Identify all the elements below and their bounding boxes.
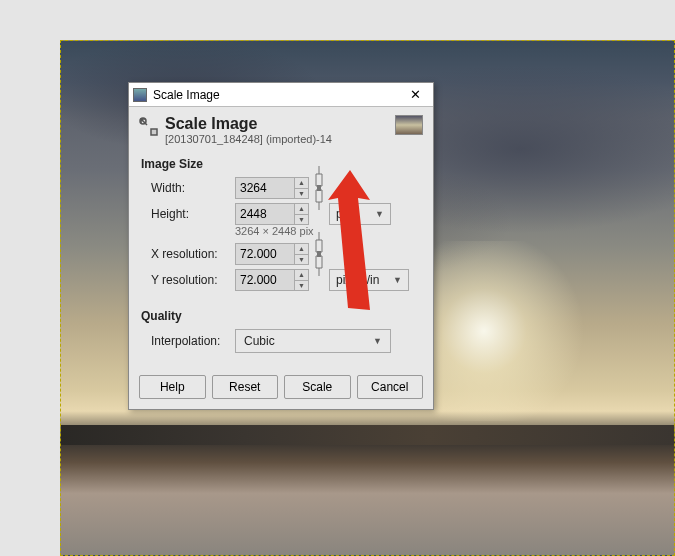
image-size-label: Image Size: [129, 149, 433, 173]
close-button[interactable]: ✕: [401, 86, 429, 104]
width-label: Width:: [151, 181, 231, 195]
height-up[interactable]: ▲: [295, 204, 308, 215]
xres-label: X resolution:: [151, 247, 231, 261]
chevron-down-icon: ▼: [393, 275, 402, 285]
help-button[interactable]: Help: [139, 375, 206, 399]
scale-icon: [139, 117, 159, 137]
width-up[interactable]: ▲: [295, 178, 308, 189]
yres-down[interactable]: ▼: [295, 281, 308, 291]
yres-label: Y resolution:: [151, 273, 231, 287]
xres-field[interactable]: [236, 247, 294, 261]
dialog-subtitle: [20130701_184248] (imported)-14: [165, 133, 395, 145]
yres-up[interactable]: ▲: [295, 270, 308, 281]
chevron-down-icon: ▼: [375, 209, 384, 219]
background-horizon: [61, 425, 674, 445]
xres-down[interactable]: ▼: [295, 255, 308, 265]
xres-up[interactable]: ▲: [295, 244, 308, 255]
res-unit-select[interactable]: pixels/in ▼: [329, 269, 409, 291]
window-icon: [133, 88, 147, 102]
close-icon: ✕: [410, 87, 421, 102]
interpolation-select[interactable]: Cubic ▼: [235, 329, 391, 353]
dialog-title: Scale Image: [165, 115, 395, 133]
height-input[interactable]: ▲ ▼: [235, 203, 309, 225]
titlebar[interactable]: Scale Image ✕: [129, 83, 433, 107]
scale-button[interactable]: Scale: [284, 375, 351, 399]
reset-button[interactable]: Reset: [212, 375, 279, 399]
image-thumbnail: [395, 115, 423, 135]
dimensions-readout: 3264 × 2448 pix: [151, 225, 421, 237]
window-title: Scale Image: [153, 88, 401, 102]
svg-rect-2: [317, 251, 321, 257]
interpolation-value: Cubic: [244, 334, 275, 348]
xres-input[interactable]: ▲ ▼: [235, 243, 309, 265]
scale-image-dialog: Scale Image ✕ Scale Image [20130701_1842…: [128, 82, 434, 410]
quality-label: Quality: [129, 301, 433, 325]
chain-linked-icon[interactable]: [314, 166, 324, 210]
cancel-button[interactable]: Cancel: [357, 375, 424, 399]
chevron-down-icon: ▼: [373, 336, 382, 346]
dialog-header: Scale Image [20130701_184248] (imported)…: [129, 107, 433, 149]
height-field[interactable]: [236, 207, 294, 221]
width-field[interactable]: [236, 181, 294, 195]
interp-label: Interpolation:: [151, 334, 231, 348]
width-down[interactable]: ▼: [295, 189, 308, 199]
yres-field[interactable]: [236, 273, 294, 287]
size-unit-select[interactable]: px ▼: [329, 203, 391, 225]
yres-input[interactable]: ▲ ▼: [235, 269, 309, 291]
height-down[interactable]: ▼: [295, 215, 308, 225]
width-input[interactable]: ▲ ▼: [235, 177, 309, 199]
height-label: Height:: [151, 207, 231, 221]
res-unit-value: pixels/in: [336, 273, 379, 287]
size-unit-value: px: [336, 207, 349, 221]
svg-rect-1: [317, 185, 321, 191]
chain-linked-icon[interactable]: [314, 232, 324, 276]
